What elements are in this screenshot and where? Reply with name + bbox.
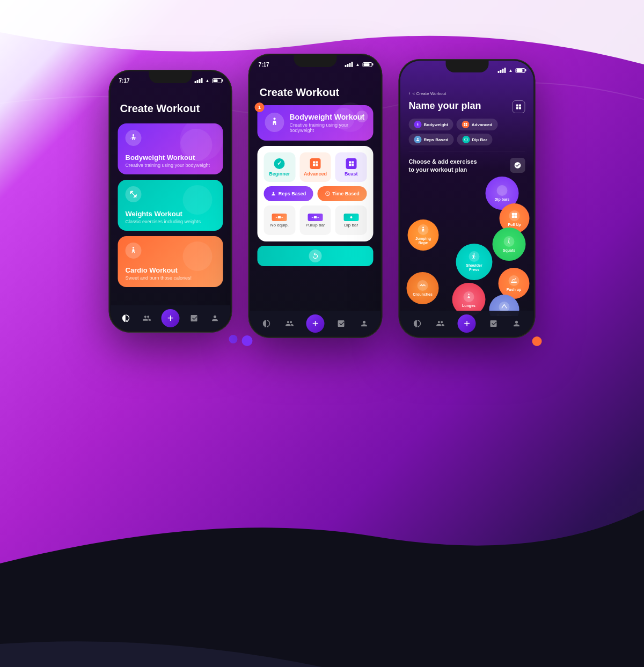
screen2-header: Create Workout — [250, 70, 381, 105]
divider — [409, 151, 525, 151]
bottom-action[interactable] — [258, 246, 374, 266]
section-header: Choose & add exercisesto your workout pl… — [400, 153, 534, 177]
tag-repsbased-dot — [414, 136, 422, 143]
screen2-title: Create Workout — [260, 86, 371, 99]
svg-point-33 — [508, 238, 509, 239]
bottom-nav-2: + — [250, 311, 381, 336]
deco-dot-2 — [242, 335, 253, 346]
no-equip-btn[interactable]: No equip. — [264, 206, 296, 235]
time-btn[interactable]: Time Based — [318, 186, 367, 201]
beast-icon — [346, 158, 356, 169]
pullup-label: Pullup bar — [305, 223, 325, 228]
cardio-title: Cardio Workout — [126, 266, 192, 274]
advanced-label: Advanced — [304, 171, 327, 177]
weights-subtitle: Classic exercises including weights — [126, 219, 201, 224]
back-label[interactable]: < Create Workout — [413, 91, 447, 96]
phone-notch-1 — [149, 71, 192, 83]
screen3-header: Name your plan — [400, 98, 534, 119]
cardio-card[interactable]: Cardio Workout Sweet and burn those calo… — [118, 236, 223, 287]
beginner-check: ✓ — [274, 158, 285, 169]
nav-people-1[interactable] — [141, 312, 152, 324]
nav-profile-3[interactable] — [511, 318, 523, 329]
bubble-squats-label: Squats — [503, 248, 515, 252]
deco-dot-3 — [532, 336, 542, 346]
equipment-row: No equip. Pullup bar — [264, 206, 367, 235]
tag-dipbar[interactable]: Dip Bar — [457, 134, 492, 145]
svg-rect-28 — [512, 213, 515, 216]
beginner-label: Beginner — [269, 171, 290, 177]
bubble-lunges-label: Lunges — [462, 304, 475, 307]
bottom-action-icon — [309, 250, 322, 262]
svg-rect-19 — [516, 105, 518, 107]
reps-label: Reps Based — [279, 191, 306, 196]
screen-3: ▲ ‹ < Create Workout — [400, 61, 534, 336]
nav-people-3[interactable] — [435, 318, 447, 329]
reps-btn[interactable]: Reps Based — [264, 186, 313, 201]
svg-point-34 — [473, 253, 474, 254]
pullup-icon — [308, 214, 323, 221]
selected-card-icon — [265, 113, 284, 132]
options-panel: ✓ Beginner Advanced — [258, 146, 374, 241]
phone-notch-2 — [294, 55, 337, 67]
phone-3: ▲ ‹ < Create Workout — [399, 59, 536, 338]
nav-add-2[interactable]: + — [306, 314, 324, 333]
bubble-pullup-icon — [509, 210, 520, 221]
nav-workout-2[interactable] — [261, 318, 273, 329]
svg-rect-13 — [282, 217, 283, 217]
svg-rect-12 — [276, 217, 277, 217]
nav-profile-1[interactable] — [209, 312, 221, 324]
tag-advanced[interactable]: Advanced — [457, 119, 497, 130]
bottom-nav-1: + — [111, 305, 231, 331]
nav-stats-2[interactable] — [335, 318, 347, 329]
tag-repsbased[interactable]: Reps Based — [409, 134, 454, 145]
svg-point-1 — [133, 134, 134, 136]
svg-rect-16 — [318, 217, 319, 217]
selected-workout-card[interactable]: 1 Bodyweight Workout Creative training u… — [258, 105, 374, 141]
bubble-shoulder-press-label: ShoulderPress — [466, 263, 482, 273]
svg-rect-20 — [519, 105, 521, 107]
no-equip-icon — [272, 214, 287, 221]
nav-people-2[interactable] — [283, 318, 295, 329]
phone-notch-3 — [445, 61, 488, 72]
dipbar-btn[interactable]: Dip bar — [335, 206, 367, 235]
tag-bodyweight-label: Bodyweight — [424, 122, 448, 127]
weights-icon — [126, 186, 142, 202]
svg-rect-6 — [313, 164, 315, 166]
nav-workout-3[interactable] — [411, 318, 423, 329]
wifi-icon-3: ▲ — [509, 68, 513, 73]
svg-rect-7 — [316, 164, 318, 166]
screen3-icon[interactable] — [513, 100, 525, 113]
wifi-icon-2: ▲ — [356, 62, 360, 67]
bubble-squats-icon — [504, 236, 515, 247]
svg-rect-30 — [512, 215, 515, 218]
pullup-btn[interactable]: Pullup bar — [299, 206, 331, 235]
svg-rect-29 — [515, 213, 517, 216]
nav-stats-1[interactable] — [188, 312, 200, 324]
nav-stats-3[interactable] — [487, 318, 499, 329]
bubble-jumping-rope[interactable]: JumpingRope — [408, 219, 439, 251]
nav-add-1[interactable]: + — [161, 309, 179, 327]
nav-add-3[interactable]: + — [458, 314, 476, 333]
section-icon[interactable] — [510, 158, 525, 173]
beginner-btn[interactable]: ✓ Beginner — [264, 152, 296, 182]
svg-point-3 — [273, 118, 275, 120]
svg-rect-15 — [312, 217, 313, 217]
bubble-shoulder-press[interactable]: ShoulderPress — [456, 244, 493, 280]
svg-rect-31 — [515, 215, 517, 218]
back-arrow[interactable]: ‹ — [409, 91, 411, 96]
tag-bodyweight[interactable]: Bodyweight — [409, 119, 453, 130]
svg-rect-14 — [278, 216, 281, 218]
advanced-btn[interactable]: Advanced — [299, 152, 331, 182]
weights-card[interactable]: Weights Workout Classic exercises includ… — [118, 180, 223, 231]
svg-rect-25 — [466, 123, 467, 124]
beast-btn[interactable]: Beast — [335, 152, 367, 182]
screen-2: 7:17 ▲ — [250, 55, 381, 336]
bubble-squats[interactable]: Squats — [493, 228, 526, 261]
nav-workout-1[interactable] — [120, 312, 132, 324]
beast-label: Beast — [345, 171, 358, 177]
bubble-crounches[interactable]: Crounches — [407, 272, 439, 304]
bodyweight-card[interactable]: Bodyweight Workout Creative training usi… — [118, 123, 223, 174]
nav-profile-2[interactable] — [358, 318, 370, 329]
tag-advanced-label: Advanced — [472, 122, 492, 127]
signal-icon-2 — [345, 62, 353, 67]
